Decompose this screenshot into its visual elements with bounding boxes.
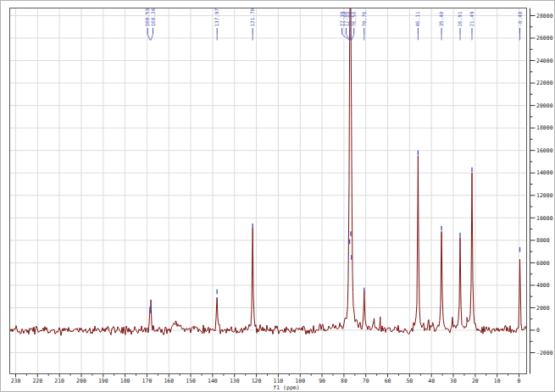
x-tick-label: 60 xyxy=(385,378,391,384)
x-tick-label: 50 xyxy=(406,378,413,384)
plot-border xyxy=(10,8,527,374)
x-tick-label: 0 xyxy=(518,378,521,384)
x-tick-label: 220 xyxy=(32,378,42,384)
peak-label: 76.56 xyxy=(351,11,357,26)
x-tick-label: 210 xyxy=(54,378,64,384)
y-tick-label: 4000 xyxy=(536,282,550,289)
x-tick-label: 230 xyxy=(11,378,21,384)
spectrum-line xyxy=(10,8,526,335)
peak-label: 35.40 xyxy=(438,11,444,26)
x-tick-label: 30 xyxy=(450,378,457,384)
x-tick-label: 70 xyxy=(363,378,369,384)
x-tick-label: 120 xyxy=(252,378,262,384)
x-tick-label: 40 xyxy=(428,378,435,384)
y-tick-label: -2000 xyxy=(536,350,553,356)
y-tick-label: 14000 xyxy=(536,169,553,176)
y-tick-label: 10000 xyxy=(536,215,553,222)
x-tick-label: 140 xyxy=(208,378,218,384)
y-tick-label: 18000 xyxy=(536,124,553,131)
y-tick-label: 12000 xyxy=(536,192,553,199)
gridlines xyxy=(10,8,527,374)
peak-label: -0.40 xyxy=(517,11,523,26)
peak-annotations: 168.53168.24137.97121.7077.3977.0876.887… xyxy=(144,8,522,312)
peak-label: 121.70 xyxy=(249,8,255,26)
peak-label: 137.97 xyxy=(214,8,219,26)
nmr-canvas[interactable]: 168.53168.24137.97121.7077.3977.0876.887… xyxy=(1,1,555,392)
x-tick-label: 200 xyxy=(76,378,86,384)
peak-connector xyxy=(352,35,354,41)
x-tick-label: 80 xyxy=(341,378,347,384)
plot-frame xyxy=(10,8,527,374)
x-tick-label: 160 xyxy=(164,378,174,384)
y-axis: 2800026000240002200020000180001600014000… xyxy=(530,8,553,374)
spectrum-trace xyxy=(10,8,526,335)
peak-label: 70.76 xyxy=(361,11,367,26)
x-tick-label: 130 xyxy=(230,378,240,384)
x-tick-label: 170 xyxy=(142,378,153,384)
y-tick-label: 16000 xyxy=(536,147,553,154)
x-axis-title: f1 (ppm) xyxy=(273,384,299,391)
x-tick-label: 20 xyxy=(472,378,479,384)
y-tick-label: 6000 xyxy=(536,260,550,267)
x-tick-label: 180 xyxy=(120,378,130,384)
peak-connector xyxy=(151,35,153,41)
peak-label: 26.91 xyxy=(457,11,463,26)
y-tick-label: 22000 xyxy=(536,80,553,86)
x-axis: 2302202102001901801701601501401301201101… xyxy=(11,374,521,391)
peak-connector xyxy=(147,35,150,41)
y-tick-label: 28000 xyxy=(536,13,553,19)
y-tick-label: 2000 xyxy=(536,305,550,312)
x-tick-label: 90 xyxy=(319,378,325,384)
peak-label: 46.11 xyxy=(414,11,420,26)
x-tick-label: 10 xyxy=(494,378,501,384)
y-tick-label: 26000 xyxy=(536,35,553,41)
y-tick-label: 24000 xyxy=(536,58,553,64)
peak-label: 168.24 xyxy=(150,8,156,26)
nmr-spectrum-window: 168.53168.24137.97121.7077.3977.0876.887… xyxy=(0,0,555,392)
y-tick-label: 20000 xyxy=(536,102,553,109)
y-tick-label: 0 xyxy=(536,327,540,334)
y-tick-label: 8000 xyxy=(536,237,550,244)
peak-label: 21.49 xyxy=(469,11,475,26)
x-tick-label: 150 xyxy=(186,378,196,384)
x-tick-label: 190 xyxy=(98,378,108,384)
